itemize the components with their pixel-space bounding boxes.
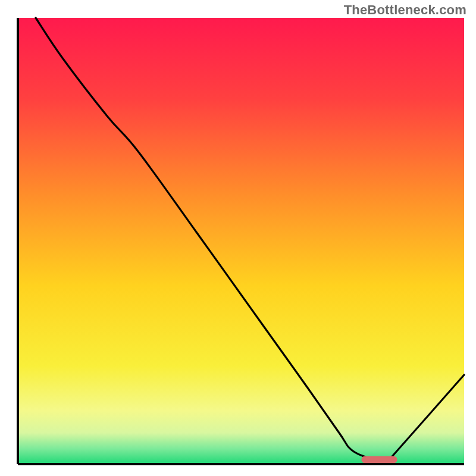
chart-svg xyxy=(0,0,476,476)
plot-background xyxy=(18,18,464,464)
watermark-text: TheBottleneck.com xyxy=(344,2,466,18)
optimal-range-marker xyxy=(362,456,397,464)
chart-container: TheBottleneck.com xyxy=(0,0,476,476)
